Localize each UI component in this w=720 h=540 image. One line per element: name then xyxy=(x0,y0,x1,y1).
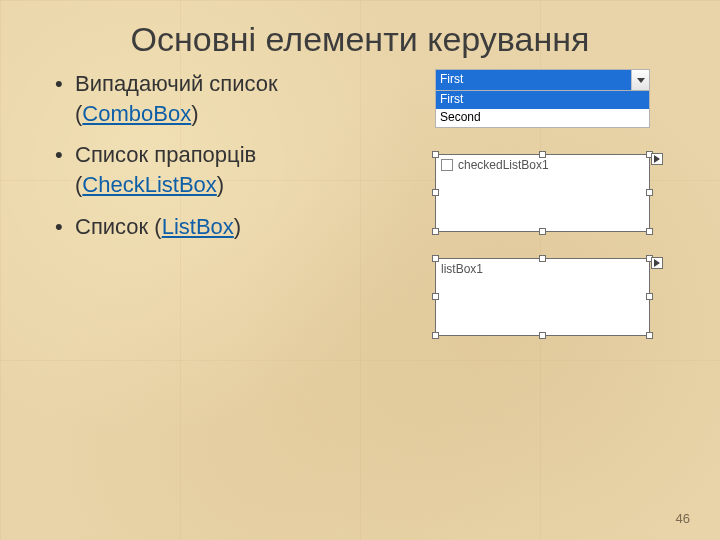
resize-handle-icon[interactable] xyxy=(646,293,653,300)
combobox-option[interactable]: First xyxy=(436,91,649,109)
chevron-down-icon xyxy=(637,78,645,83)
page-number: 46 xyxy=(676,511,690,526)
resize-handle-icon[interactable] xyxy=(539,255,546,262)
combobox-dropdown: First Second xyxy=(436,90,649,127)
resize-handle-icon[interactable] xyxy=(432,255,439,262)
resize-handle-icon[interactable] xyxy=(646,332,653,339)
bullet-combobox: Випадаючий список (ComboBox) xyxy=(55,69,405,128)
resize-handle-icon[interactable] xyxy=(432,151,439,158)
resize-handle-icon[interactable] xyxy=(432,228,439,235)
bullet-text: Випадаючий список xyxy=(75,71,278,96)
resize-handle-icon[interactable] xyxy=(539,151,546,158)
resize-handle-icon[interactable] xyxy=(539,332,546,339)
link-listbox[interactable]: ListBox xyxy=(162,214,234,239)
slide-body: Випадаючий список (ComboBox) Список прап… xyxy=(0,59,720,336)
checkedlistbox-example[interactable]: checkedListBox1 xyxy=(435,154,650,232)
smart-tag-button[interactable] xyxy=(651,257,663,269)
bullet-checklistbox: Список прапорців (CheckListBox) xyxy=(55,140,405,199)
resize-handle-icon[interactable] xyxy=(432,189,439,196)
slide-title: Основні елементи керування xyxy=(0,0,720,59)
smart-tag-button[interactable] xyxy=(651,153,663,165)
combobox-option[interactable]: Second xyxy=(436,109,649,127)
triangle-right-icon xyxy=(654,155,660,163)
combobox-example: First First Second xyxy=(435,69,650,128)
resize-handle-icon[interactable] xyxy=(646,228,653,235)
checkedlistbox-item-label: checkedListBox1 xyxy=(458,158,549,172)
bullet-text: Список xyxy=(75,214,154,239)
triangle-right-icon xyxy=(654,259,660,267)
bullet-list: Випадаючий список (ComboBox) Список прап… xyxy=(55,69,405,336)
checkbox-icon[interactable] xyxy=(441,159,453,171)
resize-handle-icon[interactable] xyxy=(432,293,439,300)
resize-handle-icon[interactable] xyxy=(432,332,439,339)
combobox-dropdown-button[interactable] xyxy=(631,70,649,90)
listbox-example[interactable]: listBox1 xyxy=(435,258,650,336)
bullet-listbox: Список (ListBox) xyxy=(55,212,405,242)
resize-handle-icon[interactable] xyxy=(539,228,546,235)
combobox-selected-value[interactable]: First xyxy=(436,70,631,90)
link-checklistbox[interactable]: CheckListBox xyxy=(82,172,217,197)
resize-handle-icon[interactable] xyxy=(646,189,653,196)
link-combobox[interactable]: ComboBox xyxy=(82,101,191,126)
examples-column: First First Second checkedListBox1 xyxy=(405,69,690,336)
bullet-text: Список прапорців xyxy=(75,142,256,167)
